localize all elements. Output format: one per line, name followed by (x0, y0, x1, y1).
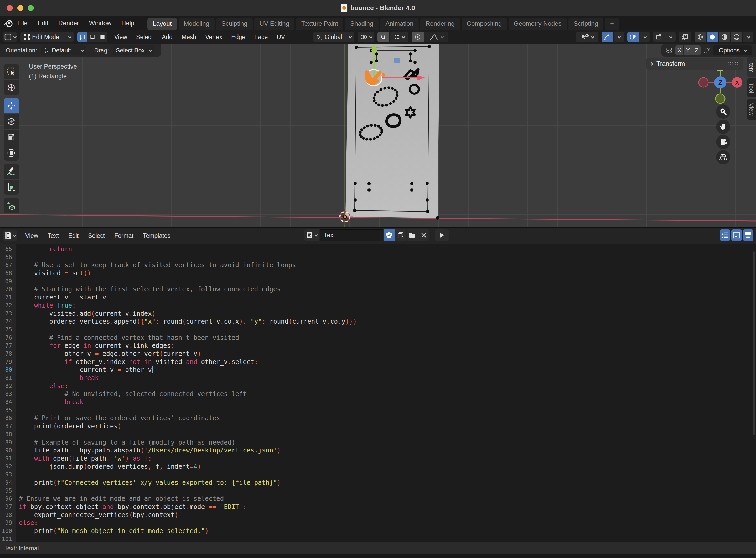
editor-type-button[interactable] (3, 32, 17, 42)
code-line-96[interactable]: 96# Ensure we are in edit mode and an ob… (0, 495, 756, 503)
code-line-88[interactable]: 88 (0, 430, 756, 438)
browse-text-button[interactable] (304, 229, 319, 241)
mirror-axis-y[interactable]: Y (684, 45, 692, 55)
code-line-85[interactable]: 85 (0, 406, 756, 414)
code-line-71[interactable]: 71 current_v = start_v (0, 294, 756, 302)
mirror-axis-z[interactable]: Z (692, 45, 701, 55)
panel-drag-grip-icon[interactable] (727, 62, 739, 66)
code-line-77[interactable]: 77 for edge in current_v.link_edges: (0, 342, 756, 350)
edge-select-button[interactable] (88, 32, 97, 42)
menu-window[interactable]: Window (89, 20, 112, 27)
code-line-82[interactable]: 82 else: (0, 382, 756, 390)
panel-expand-icon[interactable] (650, 62, 653, 66)
tool-options-dropdown[interactable]: Options (713, 45, 752, 55)
code-line-99[interactable]: 99else: (0, 519, 756, 527)
code-line-100[interactable]: 100 print("No mesh object in edit mode s… (0, 527, 756, 535)
duplicate-text-button[interactable] (395, 229, 406, 241)
shading-material-button[interactable] (719, 32, 730, 42)
menu-render[interactable]: Render (58, 20, 79, 27)
menu-edit[interactable]: Edit (38, 20, 48, 27)
render-region-button[interactable] (679, 32, 691, 42)
text-menu-view[interactable]: View (25, 232, 38, 239)
code-line-93[interactable]: 93 (0, 471, 756, 479)
line-numbers-toggle[interactable]: 1 2 (720, 229, 730, 241)
code-line-67[interactable]: 67 # Use a set to keep track of visited … (0, 261, 756, 269)
show-gizmo-button[interactable] (602, 32, 613, 42)
code-scrollbar[interactable] (753, 251, 755, 435)
sidebar-tab-tool[interactable]: Tool (747, 78, 756, 97)
code-line-83[interactable]: 83 # No unvisited, selected connected ve… (0, 390, 756, 398)
transform-panel-header[interactable]: Transform (646, 58, 743, 70)
viewport-menu-add[interactable]: Add (162, 33, 173, 41)
code-line-94[interactable]: 94 print(f"Connected vertices' x/y value… (0, 479, 756, 487)
code-editor[interactable]: 65 return6667 # Use a set to keep track … (0, 244, 756, 542)
code-line-76[interactable]: 76 # Find a connected vertex that hasn't… (0, 334, 756, 342)
code-line-95[interactable]: 95 (0, 487, 756, 495)
shading-wireframe-button[interactable] (694, 32, 706, 42)
nav-axis-x-negative[interactable] (699, 78, 708, 87)
code-line-86[interactable]: 86 # Print or save the ordered vertices'… (0, 414, 756, 422)
workspace-tab-shading[interactable]: Shading (345, 18, 379, 30)
code-line-101[interactable]: 101 (0, 535, 756, 542)
workspace-tab-add[interactable]: + (605, 18, 619, 30)
unlink-text-button[interactable] (418, 229, 429, 241)
code-line-92[interactable]: 92 json.dump(ordered_vertices, f, indent… (0, 463, 756, 471)
workspace-tab-uv-editing[interactable]: UV Editing (254, 18, 294, 30)
shading-settings-dropdown[interactable] (743, 32, 753, 42)
overlays-settings-dropdown[interactable] (639, 32, 650, 42)
code-line-66[interactable]: 66 (0, 253, 756, 261)
code-line-98[interactable]: 98 export_connected_vertices(bpy.context… (0, 511, 756, 519)
code-line-70[interactable]: 70 # Starting with the first selected ve… (0, 285, 756, 294)
code-line-65[interactable]: 65 return (0, 245, 756, 253)
viewport-menu-view[interactable]: View (114, 33, 127, 41)
code-line-73[interactable]: 73 visited.add(current_v.index) (0, 310, 756, 318)
pivot-point-dropdown[interactable] (358, 32, 374, 42)
workspace-tab-modeling[interactable]: Modeling (179, 18, 215, 30)
viewport-3d[interactable]: Edit Mode ViewSelectAddMeshVertexEdgeFac… (0, 30, 756, 227)
tool-add-primitive[interactable] (4, 198, 19, 213)
transform-orientation-dropdown[interactable]: Global (313, 32, 355, 42)
sidebar-tab-item[interactable]: Item (747, 57, 756, 77)
tool-transform[interactable] (4, 145, 19, 161)
code-line-87[interactable]: 87 print(ordered_vertices) (0, 422, 756, 430)
workspace-tab-sculpting[interactable]: Sculpting (216, 18, 253, 30)
proportional-falloff-dropdown[interactable] (424, 32, 448, 42)
mesh-plane[interactable] (344, 39, 441, 220)
mode-dropdown[interactable]: Edit Mode (21, 32, 74, 42)
tool-rotate[interactable] (4, 114, 19, 129)
word-wrap-toggle[interactable] (731, 229, 742, 241)
object-visibility-dropdown[interactable] (576, 32, 599, 42)
workspace-tab-texture-paint[interactable]: Texture Paint (296, 18, 343, 30)
code-line-69[interactable]: 69 (0, 277, 756, 285)
snap-settings-dropdown[interactable] (390, 32, 409, 42)
close-window-button[interactable] (7, 5, 13, 11)
vertex-select-button[interactable] (77, 32, 88, 42)
mirror-axis-x[interactable]: X (675, 45, 683, 55)
code-line-80[interactable]: 80 current_v = other_v (0, 366, 756, 374)
text-menu-format[interactable]: Format (114, 232, 133, 239)
open-text-button[interactable] (407, 229, 418, 241)
xray-settings-dropdown[interactable] (665, 32, 676, 42)
tool-box-select[interactable] (4, 64, 19, 79)
viewport-menu-vertex[interactable]: Vertex (205, 33, 222, 41)
text-menu-text[interactable]: Text (48, 232, 58, 239)
minimize-window-button[interactable] (17, 5, 23, 11)
code-line-68[interactable]: 68 visited = set() (0, 269, 756, 277)
viewport-menu-select[interactable]: Select (136, 33, 153, 41)
tool-scale[interactable] (4, 130, 19, 145)
drag-orientation-dropdown[interactable]: Default (41, 45, 87, 55)
tool-measure[interactable] (4, 179, 19, 195)
drag-mode-dropdown[interactable]: Select Box (113, 45, 154, 55)
code-line-79[interactable]: 79 if other_v.index not in visited and o… (0, 358, 756, 366)
shading-solid-button[interactable] (707, 32, 718, 42)
zoom-window-button[interactable] (28, 5, 34, 11)
code-line-74[interactable]: 74 ordered_vertices.append({"x": round(c… (0, 318, 756, 326)
code-line-84[interactable]: 84 break (0, 398, 756, 406)
menu-help[interactable]: Help (121, 20, 134, 27)
nav-axis-y-negative[interactable] (715, 94, 725, 103)
fake-user-button[interactable] (384, 229, 394, 241)
text-menu-select[interactable]: Select (88, 232, 105, 239)
editor-type-button-text[interactable] (3, 230, 17, 241)
code-line-72[interactable]: 72 while True: (0, 302, 756, 310)
viewport-menu-uv[interactable]: UV (276, 33, 285, 41)
